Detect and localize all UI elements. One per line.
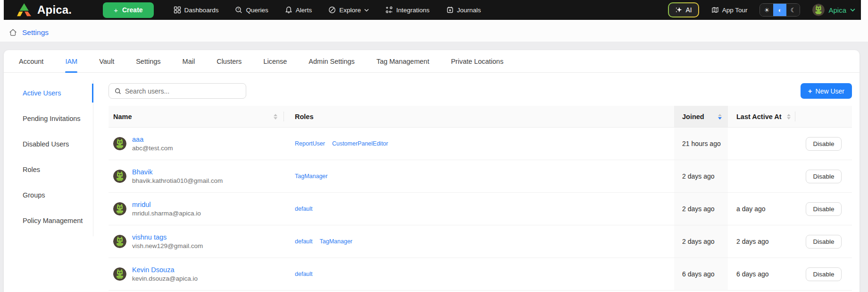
user-roles: default <box>284 258 674 290</box>
user-email: mridul.sharma@apica.io <box>132 210 201 217</box>
role-link-tagmanager[interactable]: TagManager <box>320 238 353 245</box>
explore-compass-icon <box>328 6 336 14</box>
tab-account[interactable]: Account <box>18 51 44 72</box>
column-header-joined[interactable]: Joined <box>674 106 728 127</box>
role-link-default[interactable]: default <box>295 238 313 245</box>
role-link-reportuser[interactable]: ReportUser <box>295 140 325 147</box>
svg-text:?: ? <box>237 8 239 11</box>
tab-private-locations[interactable]: Private Locations <box>450 51 504 72</box>
column-header-actions <box>795 106 852 127</box>
theme-dark-button[interactable]: ☾ <box>786 4 800 16</box>
search-users-input[interactable] <box>125 87 240 95</box>
tab-admin-settings[interactable]: Admin Settings <box>308 51 356 72</box>
disable-button[interactable]: Disable <box>806 137 841 151</box>
users-table: Name Roles Joined Last Active At <box>108 106 852 291</box>
disable-button[interactable]: Disable <box>806 235 841 249</box>
breadcrumb-settings-link[interactable]: Settings <box>22 28 49 37</box>
iam-sidebar: Active UsersPending InvitationsDisabled … <box>4 73 93 292</box>
search-icon <box>115 88 121 94</box>
user-table-row: vishnu tags vish.new129@gmail.com defaul… <box>108 225 852 258</box>
disable-button[interactable]: Disable <box>806 202 841 216</box>
user-last-active <box>728 160 795 192</box>
search-users-box <box>108 83 246 99</box>
nav-alerts[interactable]: Alerts <box>285 6 312 14</box>
user-avatar <box>113 267 126 281</box>
app-tour-button[interactable]: App Tour <box>711 6 748 14</box>
primary-nav: Dashboards ? Queries Alerts Explore <box>174 6 481 14</box>
nav-label: Queries <box>246 7 268 14</box>
user-last-active: a day ago <box>728 193 795 225</box>
sidebar-item-groups[interactable]: Groups <box>4 182 93 208</box>
ai-button[interactable]: AI <box>668 2 699 17</box>
role-link-customerpaneleditor[interactable]: CustomerPanelEditor <box>332 140 388 147</box>
user-email: abc@test.com <box>132 145 173 152</box>
sidebar-item-disabled-users[interactable]: Disabled Users <box>4 131 93 157</box>
column-label: Roles <box>295 113 314 120</box>
apica-logo-icon <box>16 3 33 17</box>
tab-vault[interactable]: Vault <box>98 51 115 72</box>
nav-label: Integrations <box>396 7 430 14</box>
user-last-active: 6 days ago <box>728 258 795 290</box>
nav-queries[interactable]: ? Queries <box>235 6 268 14</box>
nav-dashboards[interactable]: Dashboards <box>174 6 219 14</box>
user-name-link[interactable]: aaa <box>132 136 173 143</box>
sidebar-item-roles[interactable]: Roles <box>4 157 93 182</box>
tab-settings[interactable]: Settings <box>135 51 161 72</box>
tab-license[interactable]: License <box>262 51 288 72</box>
user-name-link[interactable]: Kevin Dsouza <box>132 266 198 274</box>
tab-bar: AccountIAMVaultSettingsMailClustersLicen… <box>4 50 860 73</box>
nav-label: Explore <box>339 7 361 14</box>
theme-light-button[interactable]: ☀ <box>760 4 773 16</box>
sidebar-item-active-users[interactable]: Active Users <box>4 80 93 106</box>
tab-tag-management[interactable]: Tag Management <box>376 51 430 72</box>
logo-text: Apica. <box>37 3 72 17</box>
sort-icon <box>787 114 791 120</box>
theme-auto-button[interactable]: ◐ <box>773 4 786 16</box>
user-name-link[interactable]: vishnu tags <box>132 233 203 241</box>
nav-label: Alerts <box>296 7 312 14</box>
role-link-default[interactable]: default <box>295 206 313 212</box>
user-roles: ReportUserCustomerPanelEditor <box>284 128 674 160</box>
apica-logo[interactable]: Apica. <box>16 3 72 17</box>
user-name-link[interactable]: Bhavik <box>132 168 223 176</box>
theme-toggle: ☀ ◐ ☾ <box>760 3 800 17</box>
account-name: Apica <box>828 6 846 14</box>
breadcrumb-strip <box>0 20 868 42</box>
user-last-active: 2 days ago <box>728 225 795 258</box>
sidebar-item-pending-invitations[interactable]: Pending Invitations <box>4 106 93 131</box>
nav-explore[interactable]: Explore <box>328 6 369 14</box>
create-button-label: Create <box>122 6 143 14</box>
users-table-header: Name Roles Joined Last Active At <box>108 106 852 128</box>
tab-iam[interactable]: IAM <box>64 51 78 72</box>
create-button[interactable]: + Create <box>103 2 153 18</box>
tab-clusters[interactable]: Clusters <box>216 51 242 72</box>
home-icon[interactable] <box>8 28 17 37</box>
user-joined: 2 days ago <box>674 225 728 258</box>
role-link-default[interactable]: default <box>295 271 313 277</box>
sparkles-icon <box>675 7 682 14</box>
user-roles: TagManager <box>284 160 674 192</box>
user-table-row: Kevin Dsouza kevin.dsouza@apica.io defau… <box>108 258 852 291</box>
role-link-tagmanager[interactable]: TagManager <box>295 173 328 180</box>
user-joined: 21 hours ago <box>674 128 728 160</box>
disable-button[interactable]: Disable <box>806 267 841 281</box>
user-joined: 6 days ago <box>674 258 728 290</box>
user-name-link[interactable]: mridul <box>132 201 201 208</box>
column-label: Joined <box>682 113 704 120</box>
disable-button[interactable]: Disable <box>806 170 841 183</box>
user-email: kevin.dsouza@apica.io <box>132 275 198 282</box>
integrations-icon <box>385 6 393 14</box>
column-label: Last Active At <box>736 113 782 120</box>
column-header-last-active[interactable]: Last Active At <box>728 106 795 127</box>
nav-journals[interactable]: Journals <box>446 6 481 14</box>
sidebar-item-policy-management[interactable]: Policy Management <box>4 208 93 233</box>
new-user-button[interactable]: + New User <box>801 83 852 99</box>
iam-sidebar-menu: Active UsersPending InvitationsDisabled … <box>4 80 93 236</box>
alerts-bell-icon <box>285 6 292 14</box>
column-header-name[interactable]: Name <box>108 106 284 127</box>
tab-mail[interactable]: Mail <box>182 51 196 72</box>
chevron-down-icon <box>850 8 855 12</box>
account-menu[interactable]: Apica <box>812 4 855 16</box>
nav-integrations[interactable]: Integrations <box>385 6 430 14</box>
user-avatar <box>113 137 126 150</box>
